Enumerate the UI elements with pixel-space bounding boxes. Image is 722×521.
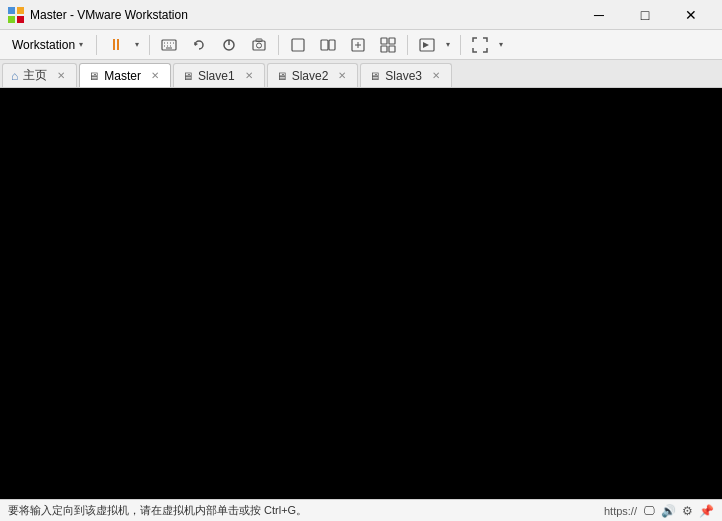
fullscreen-button[interactable] [466,32,494,58]
tab-master-label: Master [104,69,141,83]
revert-button[interactable] [185,32,213,58]
view-normal-icon [290,37,306,53]
tab-slave1-close[interactable]: ✕ [242,69,256,83]
view-multi-icon [320,37,336,53]
title-bar: Master - VMware Workstation ─ □ ✕ [0,0,722,30]
separator-1 [96,35,97,55]
app-icon [8,7,24,23]
tab-slave3-label: Slave3 [385,69,422,83]
tabs-bar: ⌂ 主页 ✕ 🖥 Master ✕ 🖥 Slave1 ✕ 🖥 Slave2 ✕ … [0,60,722,88]
window-title: Master - VMware Workstation [30,8,576,22]
status-bar: 要将输入定向到该虚拟机，请在虚拟机内部单击或按 Ctrl+G。 https://… [0,499,722,521]
master-vm-icon: 🖥 [88,70,99,82]
tab-home[interactable]: ⌂ 主页 ✕ [2,63,77,87]
audio-status-icon: 🔊 [661,504,676,518]
separator-2 [149,35,150,55]
unity-icon [380,37,396,53]
svg-rect-16 [253,41,265,50]
svg-rect-19 [292,39,304,51]
stretch-icon [350,37,366,53]
revert-icon [191,37,207,53]
snapshot-button[interactable] [245,32,273,58]
view-normal-button[interactable] [284,32,312,58]
power-icon [221,37,237,53]
svg-rect-1 [17,7,24,14]
power-on-button[interactable] [215,32,243,58]
send-ctrl-alt-del-button[interactable] [155,32,183,58]
window-controls: ─ □ ✕ [576,0,714,30]
slave1-vm-icon: 🖥 [182,70,193,82]
workstation-label: Workstation [12,38,75,52]
svg-rect-25 [381,38,387,44]
status-url: https:// [604,505,637,517]
svg-rect-0 [8,7,15,14]
svg-rect-20 [321,40,328,50]
pause-button[interactable]: ⏸ [102,32,130,58]
tab-slave3[interactable]: 🖥 Slave3 ✕ [360,63,452,87]
svg-rect-3 [17,16,24,23]
svg-rect-21 [329,40,335,50]
pause-group: ⏸ ▾ [102,32,144,58]
separator-5 [460,35,461,55]
workstation-arrow: ▾ [79,40,83,49]
view-multimonitor-button[interactable] [314,32,342,58]
status-right: https:// 🖵 🔊 ⚙ 📌 [604,504,714,518]
workstation-menu[interactable]: Workstation ▾ [4,32,91,58]
tab-slave3-close[interactable]: ✕ [429,69,443,83]
tab-master-close[interactable]: ✕ [148,69,162,83]
fullscreen-arrow[interactable]: ▾ [494,32,508,58]
tab-home-close[interactable]: ✕ [54,69,68,83]
minimize-button[interactable]: ─ [576,0,622,30]
pin-status-icon: 📌 [699,504,714,518]
unity-button[interactable] [374,32,402,58]
vm-screen[interactable] [0,88,722,499]
fullscreen-group: ▾ [466,32,508,58]
status-left: 要将输入定向到该虚拟机，请在虚拟机内部单击或按 Ctrl+G。 [8,503,307,518]
svg-rect-27 [381,46,387,52]
separator-3 [278,35,279,55]
monitor-status-icon: 🖵 [643,504,655,518]
console-arrow[interactable]: ▾ [441,32,455,58]
svg-rect-18 [256,39,262,42]
status-text: 要将输入定向到该虚拟机，请在虚拟机内部单击或按 Ctrl+G。 [8,503,307,518]
stretch-button[interactable] [344,32,372,58]
settings-status-icon: ⚙ [682,504,693,518]
svg-rect-2 [8,16,15,23]
slave2-vm-icon: 🖥 [276,70,287,82]
tab-slave1[interactable]: 🖥 Slave1 ✕ [173,63,265,87]
pause-icon: ⏸ [108,36,124,54]
svg-point-17 [257,43,262,48]
tab-slave2-close[interactable]: ✕ [335,69,349,83]
home-icon: ⌂ [11,69,18,83]
separator-4 [407,35,408,55]
console-group: ▾ [413,32,455,58]
console-icon [419,37,435,53]
close-button[interactable]: ✕ [668,0,714,30]
keyboard-icon [161,37,177,53]
tab-slave2-label: Slave2 [292,69,329,83]
maximize-button[interactable]: □ [622,0,668,30]
fullscreen-icon [472,37,488,53]
tab-slave2[interactable]: 🖥 Slave2 ✕ [267,63,359,87]
svg-rect-26 [389,38,395,44]
svg-rect-28 [389,46,395,52]
tab-slave1-label: Slave1 [198,69,235,83]
svg-marker-30 [423,42,429,48]
console-button[interactable] [413,32,441,58]
snapshot-icon [251,37,267,53]
tab-master[interactable]: 🖥 Master ✕ [79,63,171,87]
tab-home-label: 主页 [23,67,47,84]
slave3-vm-icon: 🖥 [369,70,380,82]
pause-arrow[interactable]: ▾ [130,32,144,58]
menu-toolbar-bar: Workstation ▾ ⏸ ▾ [0,30,722,60]
